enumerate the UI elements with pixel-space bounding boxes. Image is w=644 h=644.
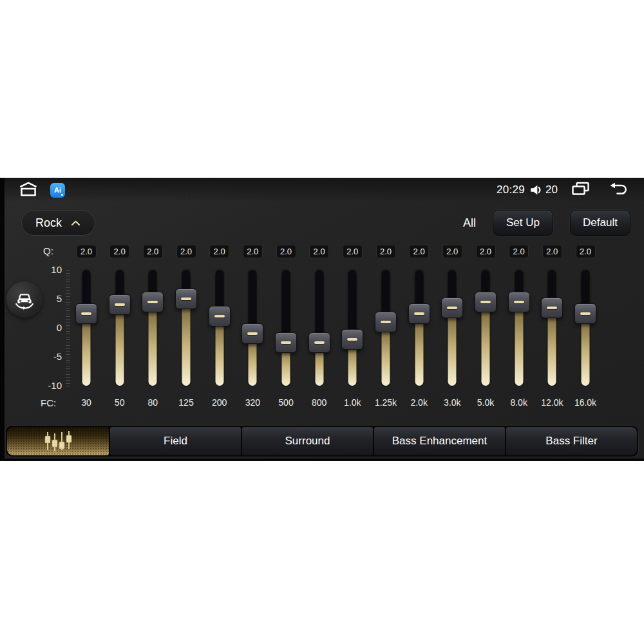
gain-slider[interactable] xyxy=(507,270,531,386)
q-value[interactable]: 2.0 xyxy=(243,245,263,258)
slider-handle[interactable] xyxy=(175,289,197,309)
slider-handle[interactable] xyxy=(142,292,164,312)
fc-value: 200 xyxy=(203,397,236,408)
slider-handle[interactable] xyxy=(541,298,563,318)
axis-label: -10 xyxy=(37,380,62,391)
band-column: 2.0 500 xyxy=(269,245,303,412)
slider-handle[interactable] xyxy=(375,312,397,332)
fc-value: 1.25k xyxy=(369,397,402,408)
preset-dropdown[interactable]: Rock xyxy=(21,210,95,236)
fc-value: 5.0k xyxy=(469,397,502,408)
gain-slider[interactable] xyxy=(374,270,397,386)
band-column: 2.0 125 xyxy=(169,245,203,412)
band-column: 2.0 12.0k xyxy=(535,245,569,412)
gain-slider[interactable] xyxy=(574,270,597,386)
q-value[interactable]: 2.0 xyxy=(476,245,496,258)
gain-slider[interactable] xyxy=(108,270,131,386)
q-value[interactable]: 2.0 xyxy=(343,245,363,258)
fc-row-label: FC: xyxy=(41,397,56,408)
q-value[interactable]: 2.0 xyxy=(409,245,429,258)
gain-slider[interactable] xyxy=(75,270,98,386)
fc-value: 125 xyxy=(169,397,203,408)
axis-label: 5 xyxy=(37,293,62,304)
tab-field[interactable]: Field xyxy=(110,427,241,455)
slider-handle[interactable] xyxy=(308,332,330,353)
ai-assistant-button[interactable]: Ai xyxy=(50,183,65,198)
tab-bass-filter[interactable]: Bass Filter xyxy=(506,427,637,455)
preset-row: Rock All Set Up Default xyxy=(21,210,630,236)
slider-handle[interactable] xyxy=(75,303,97,324)
band-column: 2.0 16.0k xyxy=(569,245,602,412)
equalizer-sliders-icon xyxy=(41,430,75,452)
q-value[interactable]: 2.0 xyxy=(176,245,196,258)
gain-slider[interactable] xyxy=(241,270,264,386)
chevron-up-icon xyxy=(70,220,81,227)
q-value[interactable]: 2.0 xyxy=(509,245,529,258)
axis-label: 10 xyxy=(37,264,62,275)
slider-handle[interactable] xyxy=(475,292,497,312)
preset-label: Rock xyxy=(35,216,62,230)
band-column: 2.0 50 xyxy=(103,245,137,412)
q-value[interactable]: 2.0 xyxy=(109,245,129,258)
q-value[interactable]: 2.0 xyxy=(576,245,596,258)
default-button[interactable]: Default xyxy=(570,210,630,236)
gain-slider[interactable] xyxy=(440,270,464,386)
slider-fill xyxy=(182,299,191,386)
tab-surround[interactable]: Surround xyxy=(242,427,373,455)
status-bar: Ai 20:29 20 xyxy=(0,178,644,202)
back-button[interactable] xyxy=(607,182,630,198)
band-column: 2.0 80 xyxy=(136,245,169,412)
q-value[interactable]: 2.0 xyxy=(276,245,296,258)
recents-icon xyxy=(571,182,591,198)
slider-handle[interactable] xyxy=(109,294,131,315)
band-column: 2.0 800 xyxy=(303,245,336,412)
slider-handle[interactable] xyxy=(574,303,596,324)
q-value[interactable]: 2.0 xyxy=(209,245,229,258)
tab-bass-enhancement[interactable]: Bass Enhancement xyxy=(374,427,505,455)
gain-slider[interactable] xyxy=(474,270,497,386)
volume-icon xyxy=(529,183,544,197)
tab-equalizer[interactable] xyxy=(7,427,109,455)
gain-slider[interactable] xyxy=(341,270,364,386)
fc-value: 50 xyxy=(103,397,137,408)
screenshot-canvas: Ai 20:29 20 xyxy=(0,0,644,644)
bottom-tab-bar: Field Surround Bass Enhancement Bass Fil… xyxy=(5,425,639,457)
gain-slider[interactable] xyxy=(208,270,231,386)
q-value[interactable]: 2.0 xyxy=(77,245,97,258)
home-button[interactable] xyxy=(17,181,40,199)
slider-handle[interactable] xyxy=(408,303,430,324)
setup-button[interactable]: Set Up xyxy=(493,210,553,236)
q-value[interactable]: 2.0 xyxy=(309,245,329,258)
band-column: 2.0 3.0k xyxy=(435,245,469,412)
recents-button[interactable] xyxy=(571,182,591,198)
fc-value: 320 xyxy=(236,397,269,408)
fc-value: 2.0k xyxy=(402,397,436,408)
band-column: 2.0 5.0k xyxy=(469,245,502,412)
slider-handle[interactable] xyxy=(441,298,463,318)
q-row-label: Q: xyxy=(43,245,53,256)
q-value[interactable]: 2.0 xyxy=(442,245,462,258)
band-column: 2.0 30 xyxy=(70,245,103,412)
slider-handle[interactable] xyxy=(341,329,363,350)
slider-handle[interactable] xyxy=(209,306,231,327)
gain-slider[interactable] xyxy=(540,270,564,386)
slider-fill xyxy=(548,308,556,386)
gain-slider[interactable] xyxy=(141,270,164,386)
gain-slider[interactable] xyxy=(308,270,331,386)
q-value[interactable]: 2.0 xyxy=(143,245,163,258)
slider-handle[interactable] xyxy=(275,332,297,353)
slider-handle[interactable] xyxy=(508,292,530,312)
axis-label: 0 xyxy=(37,322,62,333)
gain-slider[interactable] xyxy=(274,270,298,386)
gain-slider[interactable] xyxy=(175,270,198,386)
fc-value: 500 xyxy=(269,397,303,408)
band-column: 2.0 1.25k xyxy=(369,245,402,412)
gain-slider[interactable] xyxy=(408,270,431,386)
slider-handle[interactable] xyxy=(242,323,263,344)
car-surround-icon xyxy=(12,287,37,312)
all-button[interactable]: All xyxy=(463,216,476,230)
q-value[interactable]: 2.0 xyxy=(542,245,562,258)
q-value[interactable]: 2.0 xyxy=(376,245,396,258)
band-column: 2.0 200 xyxy=(203,245,236,412)
fc-value: 3.0k xyxy=(435,397,469,408)
